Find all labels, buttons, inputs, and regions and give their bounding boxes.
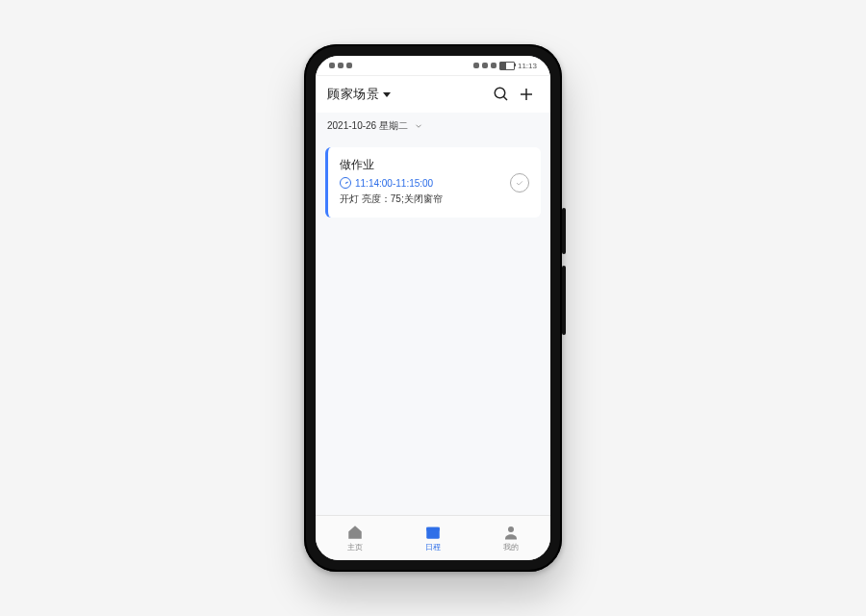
status-bar: 11:13 xyxy=(316,56,550,76)
svg-line-1 xyxy=(503,96,507,100)
bt-icon xyxy=(482,63,488,68)
tab-home[interactable]: 主页 xyxy=(316,516,394,560)
svg-rect-5 xyxy=(426,527,440,531)
user-icon xyxy=(502,524,520,541)
side-button xyxy=(562,208,566,254)
tab-bar: 主页 日程 我的 xyxy=(316,515,550,560)
status-right-icons: 11:13 xyxy=(473,62,537,70)
task-time-range: 11:14:00-11:15:00 xyxy=(355,178,433,189)
svg-point-0 xyxy=(495,88,505,98)
tab-label: 日程 xyxy=(425,542,441,552)
task-card[interactable]: 做作业 11:14:00-11:15:00 开灯 亮度：75;关闭窗帘 xyxy=(325,147,541,218)
tab-label: 主页 xyxy=(347,542,363,552)
wifi-icon xyxy=(338,63,344,68)
scene-dropdown[interactable]: 顾家场景 xyxy=(327,86,391,103)
status-time: 11:13 xyxy=(518,62,537,70)
clock-icon xyxy=(340,177,351,189)
screen: 11:13 顾家场景 2021-10-26 星期二 xyxy=(316,56,550,560)
tab-label: 我的 xyxy=(503,542,519,552)
nfc-icon xyxy=(473,63,479,68)
task-title: 做作业 xyxy=(340,157,529,173)
date-selector[interactable]: 2021-10-26 星期二 xyxy=(316,113,550,140)
search-icon xyxy=(493,86,510,103)
task-time-row: 11:14:00-11:15:00 xyxy=(340,177,529,189)
calendar-icon xyxy=(424,524,442,541)
complete-toggle[interactable] xyxy=(510,173,529,192)
tab-mine[interactable]: 我的 xyxy=(472,516,550,560)
phone-frame: 11:13 顾家场景 2021-10-26 星期二 xyxy=(304,44,562,572)
side-button xyxy=(562,266,566,335)
sim-icon xyxy=(329,63,335,68)
scene-label: 顾家场景 xyxy=(327,86,379,103)
check-icon xyxy=(515,178,524,188)
date-label: 2021-10-26 星期二 xyxy=(327,119,408,133)
chevron-down-icon xyxy=(383,92,391,97)
task-description: 开灯 亮度：75;关闭窗帘 xyxy=(340,192,529,206)
app-header: 顾家场景 xyxy=(316,76,550,113)
home-icon xyxy=(346,524,364,541)
alarm-icon xyxy=(491,63,497,68)
svg-point-6 xyxy=(508,526,514,532)
chevron-down-icon xyxy=(414,121,423,131)
tab-schedule[interactable]: 日程 xyxy=(394,516,471,560)
search-button[interactable] xyxy=(489,82,514,107)
add-button[interactable] xyxy=(514,82,539,107)
battery-icon xyxy=(499,62,515,70)
status-left-icons xyxy=(329,63,352,68)
dot-icon xyxy=(346,63,352,68)
schedule-list[interactable]: 做作业 11:14:00-11:15:00 开灯 亮度：75;关闭窗帘 xyxy=(316,140,550,515)
plus-icon xyxy=(518,86,535,103)
